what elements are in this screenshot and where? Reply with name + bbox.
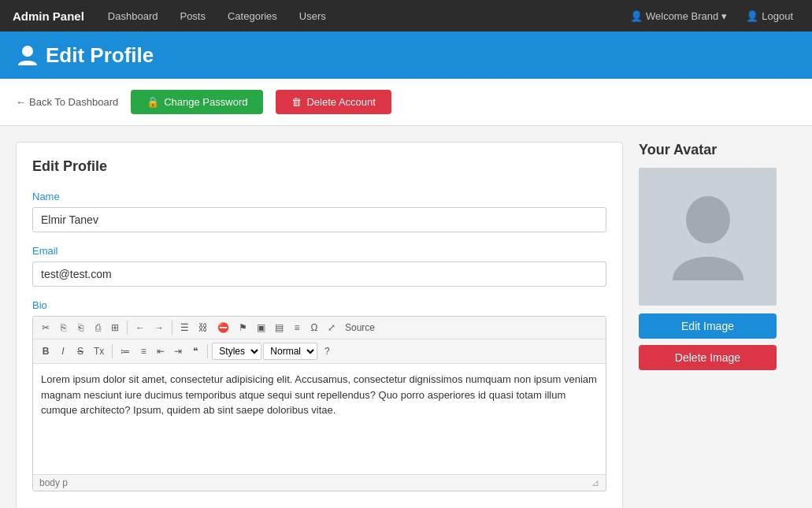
user-icon: 👤 [630,10,643,22]
navbar-right: 👤 Welcome Brand ▾ 👤 Logout [624,7,799,25]
toolbar-sep2 [172,321,172,335]
toolbar-special-char[interactable]: Ω [306,320,322,336]
nav-link-categories[interactable]: Categories [220,7,285,25]
nav-link-users[interactable]: Users [291,7,334,25]
editor-toolbar-row2: B I S Tx ≔ ≡ ⇤ ⇥ ❝ Styles Normal [33,339,606,364]
main-content: Edit Profile Name Email Bio ✂ ⎘ ⎗ ⎙ ⊞ [0,126,812,508]
bio-form-group: Bio ✂ ⎘ ⎗ ⎙ ⊞ ← → ☰ ⛓ ⛔ ⚑ ▣ [32,299,606,491]
navbar: Admin Panel Dashboard Posts Categories U… [0,0,812,32]
toolbar-sep4 [207,344,208,358]
svg-point-1 [686,196,730,243]
back-to-dashboard-link[interactable]: ← Back To Dashboard [16,96,118,108]
avatar-placeholder-icon [669,190,747,284]
toolbar-outdent[interactable]: ⇤ [153,343,169,359]
delete-account-button[interactable]: 🗑 Delete Account [276,90,391,114]
nav-links: Dashboard Posts Categories Users [100,7,624,25]
nav-user-label: Welcome Brand [646,10,718,22]
toolbar-paste-word[interactable]: ⊞ [107,320,123,336]
arrow-left-icon: ← [16,96,26,108]
toolbar-image[interactable]: ▣ [253,320,269,336]
nav-logout[interactable]: 👤 Logout [740,7,799,25]
avatar-image-wrapper [639,168,777,306]
action-bar: ← Back To Dashboard 🔒 Change Password 🗑 … [0,79,812,126]
delete-image-button[interactable]: Delete Image [639,345,777,370]
toolbar-redo[interactable]: → [150,320,168,336]
bio-text: Lorem ipsum dolor sit amet, consectetur … [41,372,598,418]
svg-point-0 [22,46,33,57]
back-link-label: Back To Dashboard [29,96,118,108]
avatar-card: Your Avatar Edit Image Delete Image [639,142,796,370]
toolbar-sep3 [112,344,113,358]
editor-toolbar-row1: ✂ ⎘ ⎗ ⎙ ⊞ ← → ☰ ⛓ ⛔ ⚑ ▣ ▤ ≡ Ω [33,317,606,339]
nav-user[interactable]: 👤 Welcome Brand ▾ [624,7,733,25]
edit-profile-card: Edit Profile Name Email Bio ✂ ⎘ ⎗ ⎙ ⊞ [16,142,623,508]
chevron-down-icon: ▾ [721,10,727,22]
toolbar-ol[interactable]: ≔ [117,343,134,359]
toolbar-copy[interactable]: ⎘ [55,320,71,336]
edit-profile-card-title: Edit Profile [32,158,606,175]
toolbar-anchor[interactable]: ⚑ [235,320,251,336]
toolbar-maximize[interactable]: ⤢ [324,320,339,336]
navbar-brand: Admin Panel [13,9,84,23]
editor-body[interactable]: Lorem ipsum dolor sit amet, consectetur … [33,364,606,474]
page-header-title: Edit Profile [16,43,154,68]
toolbar-link[interactable]: ⛓ [195,320,212,336]
name-input[interactable] [32,207,606,232]
email-form-group: Email [32,245,606,287]
nav-logout-label: Logout [762,10,793,22]
toolbar-clear-format[interactable]: Tx [90,343,108,359]
toolbar-format[interactable]: ☰ [176,320,193,336]
nav-link-dashboard[interactable]: Dashboard [100,7,166,25]
toolbar-unlink[interactable]: ⛔ [213,320,233,336]
change-password-button[interactable]: 🔒 Change Password [131,90,263,114]
toolbar-bold[interactable]: B [38,343,54,359]
editor-resize-handle[interactable]: ⊿ [591,477,599,488]
logout-icon: 👤 [746,10,758,22]
toolbar-format-select[interactable]: Normal [263,343,317,360]
toolbar-hr[interactable]: ≡ [289,320,305,336]
editor-path: body p [39,477,68,488]
name-label: Name [32,191,606,202]
email-input[interactable] [32,261,606,287]
toolbar-indent[interactable]: ⇥ [170,343,186,359]
avatar-title: Your Avatar [639,142,796,158]
trash-icon: 🗑 [291,96,302,108]
toolbar-paste-text[interactable]: ⎙ [90,320,106,336]
toolbar-blockquote[interactable]: ❝ [187,343,203,359]
lock-icon: 🔒 [146,96,159,108]
toolbar-undo[interactable]: ← [132,320,149,336]
nav-link-posts[interactable]: Posts [172,7,213,25]
edit-image-button[interactable]: Edit Image [639,313,777,339]
email-label: Email [32,245,606,257]
page-header: Edit Profile [0,32,812,79]
toolbar-help[interactable]: ? [319,343,335,359]
editor-footer: body p ⊿ [33,474,606,491]
toolbar-ul[interactable]: ≡ [135,343,151,359]
toolbar-table[interactable]: ▤ [271,320,287,336]
bio-editor: ✂ ⎘ ⎗ ⎙ ⊞ ← → ☰ ⛓ ⛔ ⚑ ▣ ▤ ≡ Ω [32,316,606,491]
toolbar-strikethrough[interactable]: S [72,343,88,359]
toolbar-source[interactable]: Source [341,320,379,336]
toolbar-paste[interactable]: ⎗ [72,320,88,336]
bio-label: Bio [32,299,606,311]
toolbar-sep1 [127,321,128,335]
edit-profile-icon [16,43,39,67]
name-form-group: Name [32,191,606,232]
toolbar-styles-select[interactable]: Styles [212,343,261,360]
toolbar-italic[interactable]: I [55,343,71,359]
toolbar-cut[interactable]: ✂ [38,320,54,336]
